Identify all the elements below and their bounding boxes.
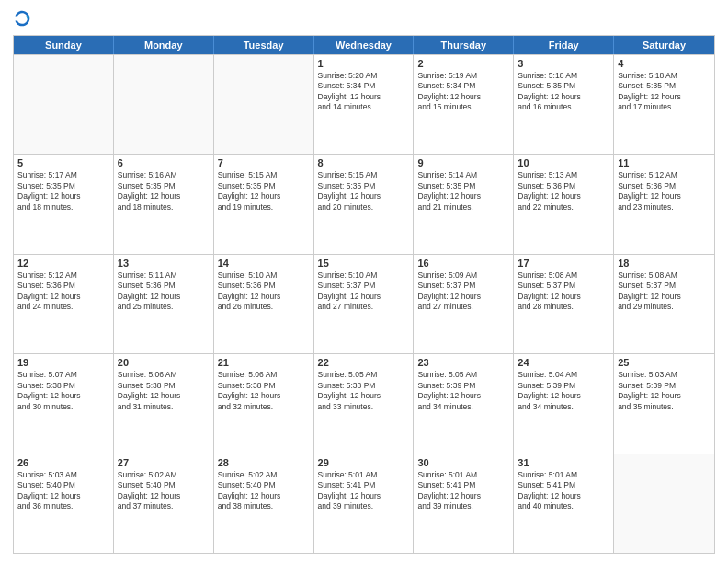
day-number: 9 [417, 157, 509, 168]
calendar-day-3: 3Sunrise: 5:18 AM Sunset: 5:35 PM Daylig… [514, 55, 614, 154]
logo-icon [13, 9, 31, 28]
header [13, 9, 715, 28]
day-number: 14 [218, 258, 310, 269]
day-number: 25 [618, 357, 711, 368]
day-info: Sunrise: 5:17 AM Sunset: 5:35 PM Dayligh… [17, 170, 109, 213]
calendar-day-30: 30Sunrise: 5:01 AM Sunset: 5:41 PM Dayli… [414, 454, 514, 553]
day-number: 17 [518, 258, 609, 269]
calendar-day-21: 21Sunrise: 5:06 AM Sunset: 5:38 PM Dayli… [214, 354, 314, 453]
day-info: Sunrise: 5:16 AM Sunset: 5:35 PM Dayligh… [118, 170, 210, 213]
calendar-day-4: 4Sunrise: 5:18 AM Sunset: 5:35 PM Daylig… [614, 55, 714, 154]
day-info: Sunrise: 5:18 AM Sunset: 5:35 PM Dayligh… [518, 71, 609, 113]
day-number: 19 [17, 357, 109, 368]
day-info: Sunrise: 5:02 AM Sunset: 5:40 PM Dayligh… [218, 470, 310, 512]
calendar-day-23: 23Sunrise: 5:05 AM Sunset: 5:39 PM Dayli… [414, 354, 514, 453]
calendar-day-18: 18Sunrise: 5:08 AM Sunset: 5:37 PM Dayli… [614, 255, 714, 353]
day-number: 27 [118, 457, 210, 468]
day-info: Sunrise: 5:10 AM Sunset: 5:36 PM Dayligh… [218, 270, 310, 313]
day-number: 6 [118, 157, 210, 168]
calendar-empty-cell [614, 454, 714, 553]
day-info: Sunrise: 5:03 AM Sunset: 5:40 PM Dayligh… [17, 470, 109, 512]
day-number: 20 [118, 357, 210, 368]
day-info: Sunrise: 5:19 AM Sunset: 5:34 PM Dayligh… [417, 71, 509, 113]
day-number: 28 [218, 457, 310, 468]
day-number: 7 [218, 157, 310, 168]
calendar-day-7: 7Sunrise: 5:15 AM Sunset: 5:35 PM Daylig… [214, 155, 314, 253]
weekday-header-thursday: Thursday [414, 36, 514, 54]
day-number: 31 [518, 457, 609, 468]
calendar-day-24: 24Sunrise: 5:04 AM Sunset: 5:39 PM Dayli… [514, 354, 614, 453]
calendar-row-4: 19Sunrise: 5:07 AM Sunset: 5:38 PM Dayli… [14, 353, 714, 453]
day-number: 24 [518, 357, 609, 368]
calendar-row-2: 5Sunrise: 5:17 AM Sunset: 5:35 PM Daylig… [14, 154, 714, 253]
calendar-day-9: 9Sunrise: 5:14 AM Sunset: 5:35 PM Daylig… [414, 155, 514, 253]
day-info: Sunrise: 5:02 AM Sunset: 5:40 PM Dayligh… [118, 470, 210, 512]
day-info: Sunrise: 5:06 AM Sunset: 5:38 PM Dayligh… [118, 370, 210, 412]
day-info: Sunrise: 5:01 AM Sunset: 5:41 PM Dayligh… [518, 470, 609, 512]
calendar-day-22: 22Sunrise: 5:05 AM Sunset: 5:38 PM Dayli… [314, 354, 415, 453]
day-info: Sunrise: 5:03 AM Sunset: 5:39 PM Dayligh… [618, 370, 711, 412]
day-info: Sunrise: 5:05 AM Sunset: 5:39 PM Dayligh… [417, 370, 509, 412]
calendar-body: 1Sunrise: 5:20 AM Sunset: 5:34 PM Daylig… [14, 54, 714, 553]
calendar-day-15: 15Sunrise: 5:10 AM Sunset: 5:37 PM Dayli… [314, 255, 415, 353]
day-number: 15 [318, 258, 410, 269]
calendar-day-14: 14Sunrise: 5:10 AM Sunset: 5:36 PM Dayli… [214, 255, 314, 353]
day-number: 1 [318, 58, 410, 69]
day-info: Sunrise: 5:11 AM Sunset: 5:36 PM Dayligh… [118, 270, 210, 313]
day-info: Sunrise: 5:14 AM Sunset: 5:35 PM Dayligh… [417, 170, 509, 213]
weekday-header-friday: Friday [514, 36, 614, 54]
calendar-day-27: 27Sunrise: 5:02 AM Sunset: 5:40 PM Dayli… [114, 454, 214, 553]
calendar-day-29: 29Sunrise: 5:01 AM Sunset: 5:41 PM Dayli… [314, 454, 415, 553]
day-number: 16 [417, 258, 509, 269]
calendar-day-20: 20Sunrise: 5:06 AM Sunset: 5:38 PM Dayli… [114, 354, 214, 453]
day-info: Sunrise: 5:15 AM Sunset: 5:35 PM Dayligh… [218, 170, 310, 213]
day-number: 21 [218, 357, 310, 368]
day-number: 8 [318, 157, 410, 168]
logo [13, 9, 35, 28]
day-number: 12 [17, 258, 109, 269]
day-info: Sunrise: 5:08 AM Sunset: 5:37 PM Dayligh… [518, 270, 609, 313]
day-number: 5 [17, 157, 109, 168]
calendar-day-26: 26Sunrise: 5:03 AM Sunset: 5:40 PM Dayli… [14, 454, 114, 553]
calendar-empty-cell [114, 55, 214, 154]
day-number: 23 [417, 357, 509, 368]
day-info: Sunrise: 5:18 AM Sunset: 5:35 PM Dayligh… [618, 71, 711, 113]
calendar-day-16: 16Sunrise: 5:09 AM Sunset: 5:37 PM Dayli… [414, 255, 514, 353]
calendar-row-5: 26Sunrise: 5:03 AM Sunset: 5:40 PM Dayli… [14, 454, 714, 553]
calendar-day-13: 13Sunrise: 5:11 AM Sunset: 5:36 PM Dayli… [114, 255, 214, 353]
weekday-header-wednesday: Wednesday [314, 36, 415, 54]
day-number: 13 [118, 258, 210, 269]
calendar: SundayMondayTuesdayWednesdayThursdayFrid… [13, 35, 715, 554]
day-info: Sunrise: 5:12 AM Sunset: 5:36 PM Dayligh… [618, 170, 711, 213]
day-info: Sunrise: 5:09 AM Sunset: 5:37 PM Dayligh… [417, 270, 509, 313]
calendar-day-25: 25Sunrise: 5:03 AM Sunset: 5:39 PM Dayli… [614, 354, 714, 453]
calendar-header: SundayMondayTuesdayWednesdayThursdayFrid… [14, 36, 714, 54]
day-info: Sunrise: 5:15 AM Sunset: 5:35 PM Dayligh… [318, 170, 410, 213]
day-number: 11 [618, 157, 711, 168]
day-number: 30 [417, 457, 509, 468]
day-info: Sunrise: 5:20 AM Sunset: 5:34 PM Dayligh… [318, 71, 410, 113]
calendar-day-8: 8Sunrise: 5:15 AM Sunset: 5:35 PM Daylig… [314, 155, 415, 253]
calendar-empty-cell [214, 55, 314, 154]
day-number: 3 [518, 58, 609, 69]
calendar-day-12: 12Sunrise: 5:12 AM Sunset: 5:36 PM Dayli… [14, 255, 114, 353]
day-info: Sunrise: 5:01 AM Sunset: 5:41 PM Dayligh… [417, 470, 509, 512]
weekday-header-monday: Monday [114, 36, 214, 54]
day-info: Sunrise: 5:12 AM Sunset: 5:36 PM Dayligh… [17, 270, 109, 313]
calendar-day-5: 5Sunrise: 5:17 AM Sunset: 5:35 PM Daylig… [14, 155, 114, 253]
day-number: 2 [417, 58, 509, 69]
calendar-day-2: 2Sunrise: 5:19 AM Sunset: 5:34 PM Daylig… [414, 55, 514, 154]
calendar-day-6: 6Sunrise: 5:16 AM Sunset: 5:35 PM Daylig… [114, 155, 214, 253]
calendar-day-28: 28Sunrise: 5:02 AM Sunset: 5:40 PM Dayli… [214, 454, 314, 553]
day-info: Sunrise: 5:07 AM Sunset: 5:38 PM Dayligh… [17, 370, 109, 412]
day-number: 26 [17, 457, 109, 468]
day-number: 22 [318, 357, 410, 368]
calendar-day-17: 17Sunrise: 5:08 AM Sunset: 5:37 PM Dayli… [514, 255, 614, 353]
calendar-day-31: 31Sunrise: 5:01 AM Sunset: 5:41 PM Dayli… [514, 454, 614, 553]
calendar-empty-cell [14, 55, 114, 154]
weekday-header-saturday: Saturday [614, 36, 714, 54]
calendar-day-1: 1Sunrise: 5:20 AM Sunset: 5:34 PM Daylig… [314, 55, 415, 154]
day-info: Sunrise: 5:04 AM Sunset: 5:39 PM Dayligh… [518, 370, 609, 412]
day-info: Sunrise: 5:06 AM Sunset: 5:38 PM Dayligh… [218, 370, 310, 412]
calendar-row-1: 1Sunrise: 5:20 AM Sunset: 5:34 PM Daylig… [14, 54, 714, 154]
